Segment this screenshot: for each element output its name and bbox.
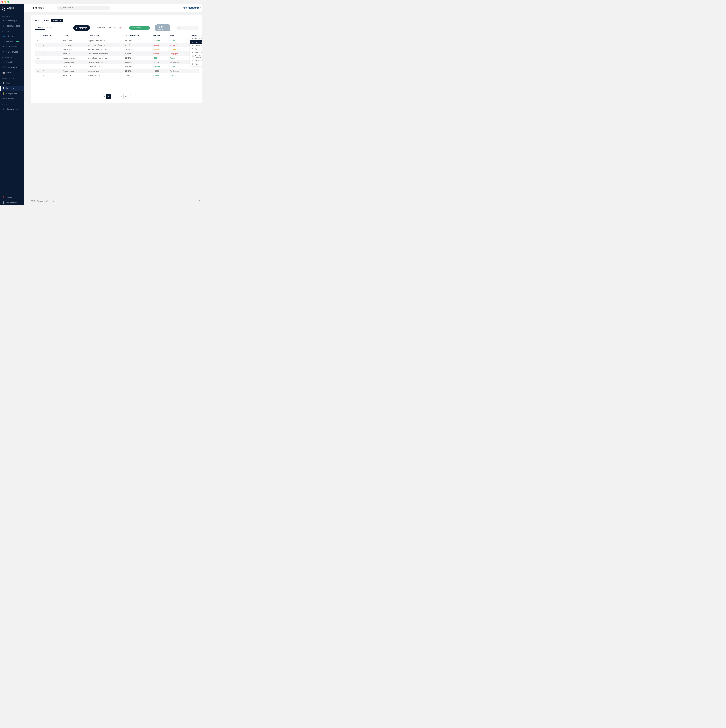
sidebar-group-title: PRINCIPAL [0, 13, 25, 18]
export-button[interactable]: EXPORTER ⌄ [129, 26, 150, 30]
date-range-picker[interactable]: 26/02/2017 — 06/11/2017 📅 [95, 26, 124, 30]
page-5[interactable]: 5 [123, 94, 128, 99]
sidebar-item-artistes[interactable]: 👥Artistes [0, 34, 25, 39]
cell-status: Remboursée [168, 60, 188, 64]
sidebar-item-contacts[interactable]: ☎Contacts [0, 96, 25, 101]
gear-icon: ⚙ [2, 108, 5, 110]
sidebar-item-salles-priv-es[interactable]: 👁Salles privées [0, 49, 25, 55]
contact-icon: ☎ [2, 97, 5, 100]
cell-client: Paolo Escori [61, 47, 86, 52]
sidebar-item-documentation[interactable]: 📄Documentation [0, 200, 25, 205]
ctx-label: Exporter en .pdf [195, 45, 202, 46]
page-next[interactable]: » [128, 94, 132, 99]
sidebar-item-devis[interactable]: 📄Devis [0, 80, 25, 86]
sidebar-item-premiers-pas[interactable]: 👁Premiers pas [0, 18, 25, 23]
col-email[interactable]: E-mail client [86, 33, 123, 38]
col-client[interactable]: Client [61, 33, 86, 38]
sidebar-item-comptabilit-[interactable]: 📒Comptabilité› [0, 91, 25, 96]
eye-icon: 👁 [2, 50, 5, 53]
row-actions-button[interactable]: ⋮ [195, 69, 197, 72]
table-row[interactable]: 62Paolo Escoripaolo.escori56@yahoo.es02/… [35, 47, 199, 52]
checkbox[interactable] [37, 44, 39, 46]
close-window-icon[interactable] [2, 1, 3, 3]
table-row[interactable]: 63Marie Verniermarie.vernier@gmail.com18… [35, 43, 199, 47]
sidebar-item-tableau-de-bord[interactable]: ⌂Tableau de bord› [0, 23, 25, 29]
sidebar-item-label: Documentation [6, 202, 19, 203]
tab-reçues[interactable]: REÇUES [44, 26, 55, 30]
page-1[interactable]: 1 [106, 94, 111, 99]
row-actions-button[interactable]: ⋮ [195, 73, 197, 76]
ctx-label: Exporter en .csv [195, 48, 202, 50]
sidebar-item-rapports[interactable]: 📊Rapports [0, 70, 25, 75]
sidebar-item-label: Salles privées [6, 51, 18, 53]
sidebar-item-oeuvres[interactable]: 🖵Oeuvres15› [0, 39, 25, 44]
cell-date: 19/08/2017 [123, 52, 151, 56]
cell-client: Thierry Oniane [61, 69, 86, 73]
ctx-exporter-en-pdf[interactable]: ⬇Exporter en .pdf [190, 44, 202, 47]
new-invoice-button[interactable]: + NOUVELLE FACTURE [74, 25, 90, 31]
sidebar-item-factures[interactable]: 🧾Factures [0, 86, 25, 91]
cell-email: jerome.lefevre@orange.fr [86, 56, 123, 60]
page-4[interactable]: 4 [119, 94, 124, 99]
ctx-historique-de-transaction[interactable]: 🕘Historique de transaction [190, 54, 202, 59]
filter-status-button[interactable]: FILTRER PAR STATUT ⌄ [155, 24, 170, 31]
checkbox[interactable] [37, 61, 39, 63]
ctx-supprimer[interactable]: 🗑Supprimer [190, 62, 202, 66]
page-prev[interactable]: « [102, 94, 106, 99]
global-search[interactable]: 🔍 [57, 6, 110, 10]
table-row[interactable]: 59Thierry Onianet.oniane@gmail.com22/04/… [35, 60, 199, 64]
table-row[interactable]: 56Salma Dolisalmadoli@aol.com09/02/20176… [35, 73, 199, 77]
ctx-voir-la-facture[interactable]: 👁Voir la facture [190, 37, 202, 40]
table-row[interactable]: 61Gert HansGert.hans@protonmail.com19/08… [35, 52, 199, 56]
check-icon[interactable]: ✓ [37, 39, 39, 41]
checkbox[interactable] [37, 70, 39, 72]
col-amount[interactable]: Montant [151, 33, 168, 38]
cell-amount: 6 9000 € [151, 73, 168, 77]
back-to-top-button[interactable]: ↑ [202, 200, 202, 202]
table-row[interactable]: 57Thierry Onianet.oniane@gmail12/02/2017… [35, 69, 199, 73]
page-2[interactable]: 2 [110, 94, 115, 99]
panel-title: FACTURES [35, 19, 49, 22]
ctx-envoyer-par-mail[interactable]: ✉Envoyer par mail [190, 59, 202, 62]
sidebar-item-expos-foires[interactable]: 🗓Expos/foires [0, 44, 25, 49]
table-row[interactable]: ✓64Jean DupontJdupont@outlook.com17/12/2… [35, 38, 199, 43]
table-search-input[interactable] [181, 27, 197, 29]
sidebar-item-configurations[interactable]: ⚙Configurations› [0, 106, 25, 112]
cell-date: 09/02/2017 [123, 73, 151, 77]
col-date[interactable]: Date d'émission [123, 33, 151, 38]
calendar-icon: 🗓 [2, 45, 5, 48]
minimize-window-icon[interactable] [5, 1, 6, 3]
cell-email: salmadoli@aol.com [86, 73, 123, 77]
checkbox[interactable] [37, 57, 39, 59]
checkbox[interactable] [37, 53, 39, 54]
table-search[interactable]: 🔍 [176, 26, 199, 30]
swap-icon: ⇄ [191, 51, 193, 53]
sidebar-item-e-commerce[interactable]: 🛒E-commerce› [0, 65, 25, 70]
cell-status: Non payée [168, 43, 188, 47]
chevron-down-icon: ▾ [201, 7, 201, 9]
checkbox[interactable] [37, 74, 39, 76]
tab-emises[interactable]: EMISES [35, 26, 44, 30]
chevron-down-icon: ⌄ [167, 27, 168, 29]
ctx--diter-la-facture[interactable]: ✎Éditer la facture [190, 40, 202, 44]
maximize-window-icon[interactable] [8, 1, 9, 3]
page-3[interactable]: 3 [115, 94, 119, 99]
ctx-exporter-en-csv[interactable]: ⬇Exporter en .csv [190, 47, 202, 50]
search-input[interactable] [63, 7, 108, 9]
sidebar-item-support[interactable]: ❓Support [0, 194, 25, 200]
cell-status: Payée [168, 73, 188, 77]
user-menu[interactable]: Administrateur ▾ [182, 5, 202, 10]
checkbox[interactable] [37, 48, 39, 50]
table-row[interactable]: 58Salma Dolisalmadoli@aol.com12/02/20171… [35, 64, 199, 69]
search-icon: 🔍 [178, 27, 180, 29]
cell-status: Payée [168, 56, 188, 60]
col-status[interactable]: Statut [168, 33, 188, 38]
sidebar-item-label: Configurations [6, 108, 18, 110]
checkbox[interactable] [37, 66, 39, 67]
cell-status: Payée [168, 64, 188, 69]
table-row[interactable]: 60Jérôme Lefevbrejerome.lefevre@orange.f… [35, 56, 199, 60]
col-num[interactable]: N° Facture [41, 33, 61, 38]
sidebar-item-e-mailing[interactable]: ✉E-mailing [0, 60, 25, 65]
ctx-changer-statut[interactable]: ⇄Changer statut [190, 50, 202, 54]
back-button[interactable]: ← [26, 5, 31, 10]
